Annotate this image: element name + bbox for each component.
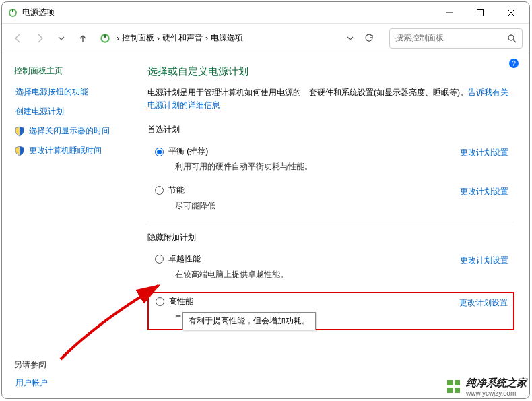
svg-rect-15 xyxy=(455,388,460,393)
svg-point-10 xyxy=(508,35,514,40)
crumb-control-panel[interactable]: 控制面板 xyxy=(122,32,154,44)
change-plan-balanced[interactable]: 更改计划设置 xyxy=(460,146,508,158)
sidebar-link-power-buttons[interactable]: 选择电源按钮的功能 xyxy=(14,86,145,98)
hidden-plans-label: 隐藏附加计划 xyxy=(147,232,514,243)
sidebar-link-create-plan[interactable]: 创建电源计划 xyxy=(14,106,145,117)
plan-balanced: 平衡 (推荐) 利用可用的硬件自动平衡功耗与性能。 更改计划设置 xyxy=(147,142,514,180)
crumb-hardware-sound[interactable]: 硬件和声音 xyxy=(162,32,203,44)
back-button[interactable] xyxy=(9,28,28,49)
close-button[interactable] xyxy=(496,2,527,24)
up-button[interactable] xyxy=(73,28,92,49)
shield-icon xyxy=(14,146,25,156)
plan-ultimate-name[interactable]: 卓越性能 xyxy=(168,253,453,265)
page-title: 选择或自定义电源计划 xyxy=(147,65,514,78)
recent-button[interactable] xyxy=(52,28,71,49)
plan-balanced-name[interactable]: 平衡 (推荐) xyxy=(168,146,453,157)
svg-rect-13 xyxy=(455,380,460,385)
main-content: ? 选择或自定义电源计划 电源计划是用于管理计算机如何使用电源的一套硬件和系统设… xyxy=(145,53,529,398)
sidebar-link-user-accounts[interactable]: 用户帐户 xyxy=(14,377,48,389)
plan-saver-desc: 尽可能降低 xyxy=(168,200,453,212)
page-desc: 电源计划是用于管理计算机如何使用电源的一套硬件和系统设置(如显示器亮度、睡眠等)… xyxy=(147,86,514,112)
svg-line-11 xyxy=(513,40,516,42)
watermark-title: 纯净系统之家 xyxy=(466,377,527,388)
refresh-icon[interactable] xyxy=(361,30,377,47)
change-plan-saver[interactable]: 更改计划设置 xyxy=(460,185,508,197)
svg-rect-14 xyxy=(447,388,453,393)
radio-balanced[interactable] xyxy=(155,148,164,156)
window: 电源选项 › 控制面板 › 硬件和声音 › 电源选项 搜索控制面板 xyxy=(1,1,530,399)
sidebar-link-display-off[interactable]: 选择关闭显示器的时间 xyxy=(29,125,110,137)
plan-balanced-desc: 利用可用的硬件自动平衡功耗与性能。 xyxy=(168,161,453,173)
plan-high-name[interactable]: 高性能 xyxy=(169,296,453,307)
svg-rect-2 xyxy=(12,9,13,12)
plan-ultimate-desc: 在较高端电脑上提供卓越性能。 xyxy=(168,269,453,280)
plan-high-performance-highlight: 高性能 ━ ━━━━ ━━━━━━━ 更改计划设置 有利于提高性能，但会增加功耗… xyxy=(147,292,514,330)
sidebar: 控制面板主页 选择电源按钮的功能 创建电源计划 选择关闭显示器的时间 更改计算机… xyxy=(2,53,145,398)
preferred-plans-label: 首选计划 xyxy=(147,124,514,135)
shield-icon xyxy=(14,126,25,137)
watermark: 纯净系统之家 www.ycwjzy.com xyxy=(446,377,527,397)
divider xyxy=(147,222,514,222)
app-icon xyxy=(7,7,18,18)
plan-ultimate: 卓越性能 在较高端电脑上提供卓越性能。 更改计划设置 xyxy=(147,250,514,288)
minimize-button[interactable] xyxy=(434,2,465,24)
titlebar: 电源选项 xyxy=(2,2,529,24)
search-placeholder: 搜索控制面板 xyxy=(395,32,507,44)
addr-dropdown-icon[interactable] xyxy=(342,30,358,47)
change-plan-high[interactable]: 更改计划设置 xyxy=(459,296,508,309)
toolbar: › 控制面板 › 硬件和声音 › 电源选项 搜索控制面板 xyxy=(2,24,529,53)
tooltip: 有利于提高性能，但会增加功耗。 xyxy=(182,312,316,330)
addr-icon xyxy=(99,32,111,44)
svg-rect-12 xyxy=(447,380,453,385)
crumb-power-options[interactable]: 电源选项 xyxy=(211,32,243,44)
window-title: 电源选项 xyxy=(22,7,55,18)
plan-saver-name[interactable]: 节能 xyxy=(168,185,453,196)
sidebar-home[interactable]: 控制面板主页 xyxy=(14,65,145,77)
plan-saver: 节能 尽可能降低 更改计划设置 xyxy=(147,181,514,219)
radio-saver[interactable] xyxy=(155,186,164,195)
sidebar-link-sleep[interactable]: 更改计算机睡眠时间 xyxy=(29,145,102,156)
search-input[interactable]: 搜索控制面板 xyxy=(389,28,523,49)
radio-high[interactable] xyxy=(156,297,164,306)
body: 控制面板主页 选择电源按钮的功能 创建电源计划 选择关闭显示器的时间 更改计算机… xyxy=(2,53,529,398)
svg-rect-4 xyxy=(477,9,484,16)
crumb-sep: › xyxy=(117,34,119,43)
help-icon[interactable]: ? xyxy=(509,59,519,68)
forward-button[interactable] xyxy=(30,28,49,49)
change-plan-ultimate[interactable]: 更改计划设置 xyxy=(460,253,508,266)
svg-rect-9 xyxy=(104,34,106,38)
sidebar-see-also: 另请参阅 xyxy=(14,359,48,371)
address-bar[interactable]: › 控制面板 › 硬件和声音 › 电源选项 xyxy=(95,28,381,49)
radio-ultimate[interactable] xyxy=(155,255,164,264)
watermark-sub: www.ycwjzy.com xyxy=(466,390,527,397)
search-icon xyxy=(507,34,517,43)
maximize-button[interactable] xyxy=(465,2,496,24)
